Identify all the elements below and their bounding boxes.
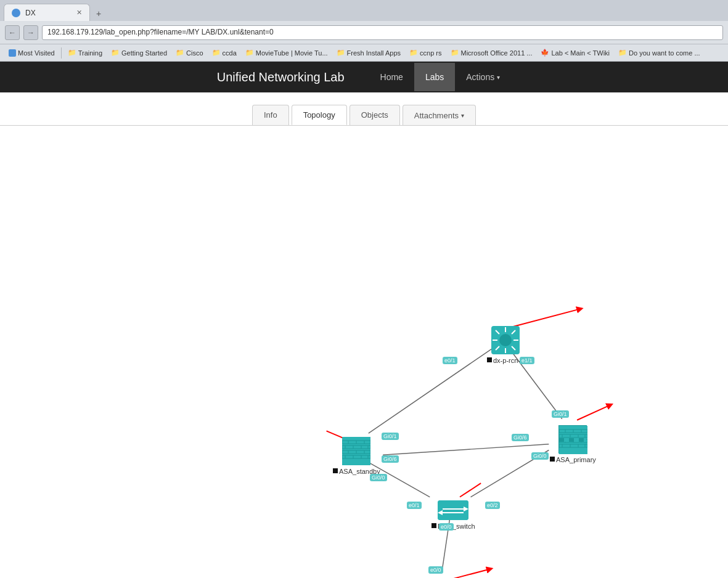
- bookmark-ccnp-rs[interactable]: 📁 ccnp rs: [406, 47, 445, 58]
- asa-standby-status: [333, 468, 338, 473]
- app-nav: Home Labs Actions ▾: [369, 63, 512, 91]
- svg-line-20: [496, 346, 499, 350]
- icon-lab-main: 🍁: [541, 49, 549, 57]
- svg-line-10: [460, 483, 481, 497]
- bookmark-label: Most Visited: [18, 49, 55, 57]
- dmz-switch-status: [431, 523, 436, 528]
- bookmark-ccda[interactable]: 📁 ccda: [208, 47, 240, 58]
- port-label-e01-dmz: e0/1: [407, 502, 422, 509]
- app-header: Unified Networking Lab Home Labs Actions…: [0, 62, 728, 92]
- svg-line-17: [496, 330, 499, 334]
- back-button[interactable]: ←: [5, 25, 20, 40]
- nav-home[interactable]: Home: [369, 63, 414, 91]
- nav-labs[interactable]: Labs: [414, 63, 455, 91]
- svg-line-8: [577, 405, 610, 420]
- bookmark-label-getting-started: Getting Started: [121, 49, 167, 57]
- bookmark-label-ms-office: Microsoft Office 2011 ...: [461, 49, 533, 57]
- svg-line-18: [512, 346, 515, 350]
- topology-svg: [0, 126, 728, 578]
- port-label-e11: e1/1: [520, 357, 534, 364]
- tab-bar: DX ✕ +: [0, 0, 728, 21]
- tab-close-btn[interactable]: ✕: [76, 9, 82, 17]
- nav-actions[interactable]: Actions ▾: [455, 63, 511, 91]
- folder-icon-cisco: 📁: [176, 49, 184, 57]
- bookmark-label-movietube: MovieTube | Movie Tu...: [256, 49, 328, 57]
- bookmark-label-ccda: ccda: [223, 49, 237, 57]
- address-bar[interactable]: 192.168.179.129/lab_open.php?filename=/M…: [42, 25, 723, 40]
- tab-attachments[interactable]: Attachments ▾: [403, 105, 476, 125]
- svg-line-2: [383, 444, 549, 455]
- svg-line-0: [369, 347, 495, 433]
- folder-icon-ms-office: 📁: [451, 49, 459, 57]
- bookmark-separator: [61, 47, 62, 59]
- bookmark-fresh-install[interactable]: 📁 Fresh Install Apps: [333, 47, 404, 58]
- forward-button[interactable]: →: [23, 25, 38, 40]
- bookmark-label-fresh-install: Fresh Install Apps: [347, 49, 401, 57]
- dx-p-rcn-icon: [491, 326, 520, 354]
- port-label-gi00-standby: Gi0/0: [370, 474, 387, 481]
- folder-icon-training: 📁: [68, 49, 76, 57]
- actions-caret-icon: ▾: [497, 74, 500, 81]
- bookmark-label-ccnp-rs: ccnp rs: [420, 49, 441, 57]
- port-label-gi06-standby: Gi0/6: [382, 455, 399, 463]
- asa-primary-icon: [558, 425, 587, 454]
- tab-info[interactable]: Info: [252, 105, 289, 125]
- bookmarks-bar: Most Visited 📁 Training 📁 Getting Starte…: [0, 44, 728, 62]
- node-asa-standby[interactable]: ASA_standby: [333, 437, 380, 475]
- dmz-switch-icon: [438, 500, 468, 520]
- tab-objects[interactable]: Objects: [350, 105, 400, 125]
- port-label-e02-dmz: e0/2: [485, 502, 500, 509]
- bookmark-label-training: Training: [78, 49, 102, 57]
- folder-icon-fresh-install: 📁: [337, 49, 345, 57]
- folder-icon-getting-started: 📁: [111, 49, 120, 57]
- tab-favicon: [12, 9, 20, 17]
- bookmark-ms-office[interactable]: 📁 Microsoft Office 2011 ...: [447, 47, 536, 58]
- folder-icon-do-you-want: 📁: [618, 49, 627, 57]
- node-label-asa-primary: ASA_primary: [556, 456, 596, 463]
- port-label-e01-left: e0/1: [443, 357, 457, 364]
- node-status-indicator: [487, 357, 492, 362]
- bookmark-label-do-you-want: Do you want to come ...: [629, 49, 700, 57]
- new-tab-button[interactable]: +: [90, 6, 107, 21]
- folder-icon-movietube: 📁: [245, 49, 254, 57]
- bookmark-label-cisco: Cisco: [186, 49, 203, 57]
- browser-chrome: DX ✕ + ← → 192.168.179.129/lab_open.php?…: [0, 0, 728, 62]
- port-label-gi01-primary: Gi0/1: [552, 410, 569, 418]
- nav-bar: ← → 192.168.179.129/lab_open.php?filenam…: [0, 21, 728, 44]
- bookmark-do-you-want[interactable]: 📁 Do you want to come ...: [615, 47, 704, 58]
- node-dx-p-rcn[interactable]: dx-p-rcn-c: [487, 326, 524, 364]
- svg-line-19: [512, 330, 515, 334]
- port-label-e00-rtr-top: e0/0: [428, 566, 443, 574]
- asa-standby-icon: [342, 437, 370, 465]
- actions-label: Actions: [466, 72, 494, 82]
- node-asa-primary[interactable]: ASA_primary: [550, 425, 596, 463]
- attachments-label: Attachments: [414, 111, 459, 120]
- tab-topology[interactable]: Topology: [292, 105, 347, 125]
- bookmark-icon-most-visited: [9, 49, 16, 57]
- page-tabs: Info Topology Objects Attachments ▾: [0, 92, 728, 126]
- bookmark-label-lab-main: Lab < Main < TWiki: [551, 49, 610, 57]
- bookmark-getting-started[interactable]: 📁 Getting Started: [107, 47, 171, 58]
- asa-primary-status: [550, 457, 555, 462]
- active-tab[interactable]: DX ✕: [4, 4, 90, 21]
- attachments-caret-icon: ▾: [461, 112, 464, 119]
- folder-icon-ccnp-rs: 📁: [409, 49, 418, 57]
- bookmark-training[interactable]: 📁 Training: [64, 47, 106, 58]
- topology-canvas: e0/1 e1/1 Gi0/1 Gi0/6 Gi0/0 Gi0/1 Gi0/6 …: [0, 126, 728, 578]
- port-label-gi06-primary: Gi0/6: [512, 434, 529, 441]
- bookmark-movietube[interactable]: 📁 MovieTube | Movie Tu...: [242, 47, 332, 58]
- folder-icon-ccda: 📁: [212, 49, 221, 57]
- app-title: Unified Networking Lab: [217, 70, 345, 84]
- svg-point-12: [499, 334, 512, 346]
- svg-line-11: [451, 569, 489, 578]
- page-tabs-container: Info Topology Objects Attachments ▾: [0, 92, 728, 126]
- bookmark-cisco[interactable]: 📁 Cisco: [172, 47, 207, 58]
- tab-title: DX: [25, 9, 36, 17]
- port-label-gi00-primary: Gi0/0: [531, 452, 549, 460]
- bookmark-most-visited[interactable]: Most Visited: [5, 48, 59, 58]
- port-label-gi01-standby: Gi0/1: [382, 433, 399, 440]
- port-label-e00-dmz-bottom: e0/0: [439, 523, 454, 531]
- bookmark-lab-main[interactable]: 🍁 Lab < Main < TWiki: [537, 47, 613, 58]
